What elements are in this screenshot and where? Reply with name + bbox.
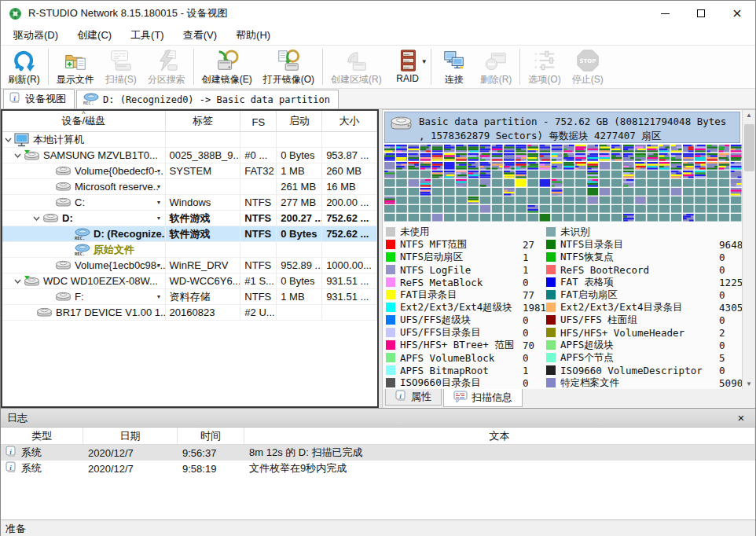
table-row[interactable]: Volume{0bedecf0-..▼SYSTEMFAT321 MB260 MB <box>2 163 377 179</box>
legend-item: UFS/FFS 柱面组0 <box>546 314 754 326</box>
打开镜像-button[interactable]: 打开镜像(O) <box>258 47 320 87</box>
device-name-cell: Microsoft reserve..▼ <box>2 179 166 195</box>
row-dropdown-icon[interactable]: ▼ <box>156 184 162 189</box>
toolbar-group: 创建镜像(E)打开镜像(O) <box>196 47 320 87</box>
table-row[interactable]: Microsoft reserve..▼261 MB16 MB <box>2 179 377 195</box>
scan-block-map[interactable] <box>384 145 743 222</box>
column-header-3[interactable]: FS <box>240 111 277 131</box>
view-tab-1[interactable]: i设备视图 <box>3 89 75 108</box>
row-dropdown-icon[interactable]: ▼ <box>156 215 162 221</box>
toolbar-button-label: 删除(R) <box>480 73 512 86</box>
log-row[interactable]: i系统2020/12/79:56:378m 12s 的 D: 扫描已完成 <box>1 445 755 461</box>
log-column-header-4[interactable]: 文本 <box>244 428 755 444</box>
rec-icon: REC. <box>74 243 90 256</box>
column-header-1[interactable]: ^设备/磁盘 <box>2 111 166 131</box>
column-header-4[interactable]: 启动 <box>277 111 322 131</box>
row-dropdown-icon[interactable]: ▼ <box>156 294 162 299</box>
chevron-down-icon[interactable] <box>31 216 42 221</box>
row-dropdown-icon[interactable]: ▼ <box>156 262 162 268</box>
table-row[interactable]: D:▼软件游戏NTFS200.27 ...752.62 ... <box>2 211 377 226</box>
table-row[interactable]: F:▼资料存储NTFS1 MB931.51 ... <box>2 289 377 305</box>
close-icon: × <box>732 7 742 20</box>
legend-label: 特定档案文件 <box>560 376 714 390</box>
device-name-cell: BR17 DEVICE V1.00 1.... <box>2 305 166 321</box>
cell-size: 200.00 ... <box>322 195 377 211</box>
legend-count: 0 <box>523 314 529 326</box>
close-button[interactable]: × <box>719 1 755 26</box>
chevron-down-icon[interactable] <box>12 153 24 158</box>
table-row[interactable]: Volume{1ecb0c98-..▼WinRE_DRVNTFS952.89 .… <box>2 258 377 274</box>
log-table-body: i系统2020/12/79:56:378m 12s 的 D: 扫描已完成i系统2… <box>1 445 755 519</box>
legend-label: NTFS启动扇区 <box>400 251 518 264</box>
toolbar-separator <box>193 49 194 85</box>
legend-item: UFS/FFS目录条目0 <box>386 326 546 339</box>
view-tab-bar: i设备视图REC.D: (Recognized0) -> Basic data … <box>1 89 755 109</box>
menu-item-5[interactable]: 帮助(H) <box>226 26 280 45</box>
toolbar-group: 显示文件扫描(S)分区搜索 <box>51 47 191 87</box>
column-header-2[interactable]: 标签 <box>166 111 241 131</box>
删除-button: 删除(R) <box>475 47 518 87</box>
partition-search-icon <box>155 49 178 72</box>
legend-swatch <box>546 328 556 337</box>
chevron-down-icon[interactable] <box>12 279 24 284</box>
toolbar-separator <box>48 49 49 85</box>
legend-count: 0 <box>719 264 725 276</box>
table-row[interactable]: BR17 DEVICE V1.00 1....20160823#2 U... <box>2 305 377 321</box>
disk-icon <box>55 181 72 193</box>
log-column-header-3[interactable]: 时间 <box>178 428 244 444</box>
row-dropdown-icon[interactable]: ▼ <box>156 200 162 205</box>
log-panel: 日志 × 类型日期时间文本 i系统2020/12/79:56:378m 12s … <box>1 408 755 519</box>
menu-item-1[interactable]: 驱动器(D) <box>4 26 68 45</box>
table-row[interactable]: REC.原始文件 <box>2 242 377 258</box>
log-row[interactable]: i系统2020/12/79:58:19文件枚举在9秒内完成 <box>1 461 755 476</box>
cell-fs: #2 U... <box>240 305 277 321</box>
device-name-cell: F:▼ <box>2 289 166 305</box>
maximize-button[interactable] <box>683 1 719 26</box>
minimize-button[interactable] <box>647 1 683 26</box>
table-row[interactable]: C:▼WindowsNTFS277 MB200.00 ... <box>2 195 377 211</box>
table-row[interactable]: 本地计算机 <box>2 132 377 148</box>
panel-tab-1[interactable]: i属性 <box>385 389 442 406</box>
panel-tab-label: 属性 <box>411 390 431 404</box>
table-row[interactable]: WDC WD10EZEX-08W...WD-WCC6Y6...#1 S...0 … <box>2 274 377 289</box>
legend-label: ISO9660 VolumeDescriptor <box>560 365 714 376</box>
legend-count: 0 <box>719 251 725 263</box>
rec-icon: REC. <box>83 92 99 108</box>
cell-fs <box>240 242 277 258</box>
menu-item-2[interactable]: 创建(C) <box>68 26 121 45</box>
view-tab-2[interactable]: REC.D: (Recognized0) -> Basic data parti… <box>76 90 339 108</box>
legend-label: ReFS BootRecord <box>560 264 714 276</box>
open-image-icon <box>277 49 300 72</box>
menu-item-4[interactable]: 查看(V) <box>174 26 226 45</box>
cell-start: 277 MB <box>277 195 322 211</box>
panel-tab-2[interactable]: 扫描信息 <box>443 389 523 407</box>
dropdown-arrow-icon[interactable]: ▼ <box>421 58 428 65</box>
scroll-thumb[interactable] <box>744 124 754 171</box>
legend-label: Ext2/Ext3/Ext4目录条目 <box>560 301 714 314</box>
menu-item-3[interactable]: 工具(T) <box>121 26 174 45</box>
table-row[interactable]: REC.D: (Recognize...软件游戏NTFS0 Bytes752.6… <box>2 226 377 242</box>
legend-item: UFS/FFS超级块0 <box>386 314 546 326</box>
log-column-header-2[interactable]: 日期 <box>83 428 178 444</box>
scroll-up-icon[interactable]: ▲ <box>746 112 752 119</box>
sort-ascending-icon: ^ <box>82 111 85 117</box>
legend-item: NTFS LogFile1 <box>386 263 546 276</box>
device-name: Microsoft reserve.. <box>75 181 159 193</box>
table-row[interactable]: SAMSUNG MZVLB1T0...0025_388B_9...#0 ...0… <box>2 148 377 163</box>
连接-button[interactable]: 连接 <box>434 47 475 87</box>
log-column-label: 文本 <box>490 429 510 443</box>
row-dropdown-icon[interactable]: ▼ <box>156 168 162 174</box>
刷新-button[interactable]: 刷新(R) <box>2 47 46 87</box>
cell-start: 200.27 ... <box>277 211 322 226</box>
chevron-down-icon[interactable] <box>2 138 14 142</box>
scan-scrollbar[interactable]: ▲ ▼ <box>742 110 755 389</box>
log-close-icon[interactable]: × <box>733 411 749 424</box>
scroll-down-icon[interactable]: ▼ <box>746 380 752 387</box>
显示文件-button[interactable]: 显示文件 <box>51 47 100 87</box>
-button[interactable]: ▼RAID <box>387 47 428 87</box>
cell-label <box>166 132 241 148</box>
log-column-header-1[interactable]: 类型 <box>1 428 83 444</box>
computer-icon <box>14 133 30 147</box>
column-header-5[interactable]: 大小 <box>322 111 377 131</box>
创建镜像-button[interactable]: 创建镜像(E) <box>196 47 258 87</box>
